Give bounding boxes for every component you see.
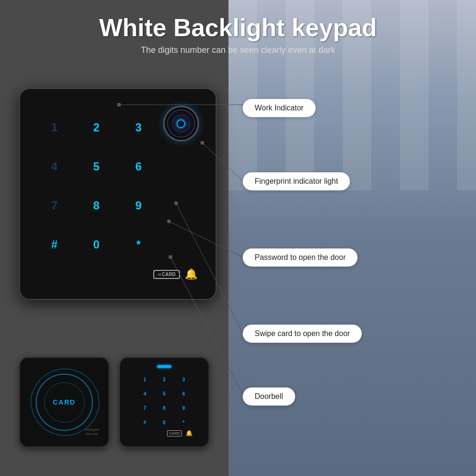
keys-grid: 1 2 3 4 5 6 7 8 9 # 0 * <box>33 103 159 264</box>
bell-icon[interactable]: 🔔 <box>185 255 198 294</box>
key-3[interactable]: 3 <box>118 108 159 147</box>
mini-card-icon: CARD <box>167 430 182 436</box>
mini-key-1: 1 <box>136 373 154 386</box>
card-icon[interactable]: CARD <box>153 255 180 294</box>
page-subtitle: The digits number can be seen clearly ev… <box>10 45 466 55</box>
mini-bell-icon: 🔔 <box>186 430 193 436</box>
mini-keypad-content: 1 2 3 4 5 6 7 8 9 # 0 * CARD 🔔 <box>120 358 208 446</box>
mini-led <box>157 365 171 368</box>
doorbell-label: Doorbell <box>243 387 295 406</box>
mini-key-9: 9 <box>174 401 193 415</box>
card-reader-content: CARD Intelligent Security <box>20 358 109 446</box>
intelligent-security-text: Intelligent Security <box>85 427 99 436</box>
work-indicator-label: Work Indicator <box>243 99 316 117</box>
main-keypad-device: 1 2 3 4 5 6 7 8 9 # 0 * <box>19 88 217 300</box>
mini-keys-grid: 1 2 3 4 5 6 7 8 9 # 0 * <box>136 373 193 429</box>
mini-key-7: 7 <box>136 401 154 415</box>
mini-keypad-device: 1 2 3 4 5 6 7 8 9 # 0 * CARD 🔔 <box>119 357 209 447</box>
page-title: White Backlight keypad <box>10 14 466 41</box>
work-indicator-annotation: Work Indicator <box>243 99 316 117</box>
card-reader-device: CARD Intelligent Security <box>19 357 109 447</box>
header-section: White Backlight keypad The digits number… <box>0 0 476 60</box>
password-label: Password to open the door <box>243 248 357 267</box>
mini-key-8: 8 <box>155 401 174 415</box>
mini-key-3: 3 <box>174 373 193 386</box>
swipe-card-annotation: Swipe card to open the door <box>243 325 362 343</box>
key-5[interactable]: 5 <box>75 147 117 186</box>
key-4[interactable]: 4 <box>33 147 75 186</box>
bottom-devices-section: CARD Intelligent Security 1 2 3 4 5 6 7 <box>19 357 209 447</box>
fingerprint-inner <box>177 119 185 128</box>
mini-key-hash: # <box>136 416 154 429</box>
mini-key-4: 4 <box>136 387 154 400</box>
mini-key-0: 0 <box>155 416 174 429</box>
fingerprint-label: Fingerprint indicator light <box>243 172 350 190</box>
key-2[interactable]: 2 <box>75 108 117 147</box>
doorbell-annotation: Doorbell <box>243 387 295 406</box>
card-chip-icon: CARD <box>153 270 180 279</box>
password-annotation: Password to open the door <box>243 248 357 267</box>
mini-key-star: * <box>174 416 193 429</box>
fingerprint-annotation: Fingerprint indicator light <box>243 172 350 190</box>
key-1[interactable]: 1 <box>33 108 75 147</box>
card-text: CARD <box>53 398 76 406</box>
mini-key-2: 2 <box>155 373 174 386</box>
fingerprint-sensor <box>159 103 202 141</box>
fingerprint-circle <box>163 106 199 141</box>
swipe-card-label: Swipe card to open the door <box>243 325 362 343</box>
key-9[interactable]: 9 <box>118 186 159 225</box>
key-8[interactable]: 8 <box>75 186 117 225</box>
mini-key-6: 6 <box>174 387 193 400</box>
key-6[interactable]: 6 <box>118 147 159 186</box>
mini-key-5: 5 <box>155 387 174 400</box>
key-7[interactable]: 7 <box>33 186 75 225</box>
